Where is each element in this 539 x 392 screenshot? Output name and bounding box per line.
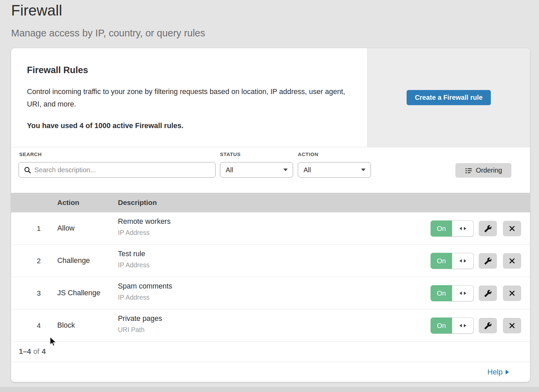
x-icon xyxy=(509,258,515,264)
rule-enabled-toggle[interactable]: On xyxy=(431,220,474,237)
delete-rule-button[interactable] xyxy=(503,318,521,333)
create-firewall-rule-button[interactable]: Create a Firewall rule xyxy=(407,90,491,105)
x-icon xyxy=(509,322,515,329)
column-description: Description xyxy=(118,193,157,212)
wrench-icon xyxy=(484,290,492,297)
list-ordering-icon xyxy=(465,167,472,174)
wrench-icon xyxy=(484,322,492,330)
wrench-icon xyxy=(484,257,492,265)
toggle-on-label: On xyxy=(431,318,452,334)
rule-description: Private pages xyxy=(118,314,162,323)
table-row: 2 Challenge Test rule IP Address On xyxy=(11,245,530,277)
card-footer: Help xyxy=(11,362,530,382)
table-header: Action Description xyxy=(11,193,530,212)
chevron-down-icon xyxy=(361,169,366,171)
rule-match-type: IP Address xyxy=(118,229,171,237)
rule-action: JS Challenge xyxy=(57,277,100,309)
column-action: Action xyxy=(57,193,79,212)
rule-priority: 2 xyxy=(31,245,46,277)
rule-enabled-toggle[interactable]: On xyxy=(431,318,474,334)
rule-priority: 4 xyxy=(31,309,46,341)
rule-description-cell: Test rule IP Address xyxy=(118,250,150,269)
rule-description-cell: Spam comments IP Address xyxy=(118,282,172,301)
rule-match-type: IP Address xyxy=(118,294,172,301)
left-right-arrows-icon xyxy=(459,291,467,295)
page-subtitle: Manage access by IP, country, or query r… xyxy=(11,28,205,39)
edit-rule-button[interactable] xyxy=(479,221,497,236)
help-link[interactable]: Help xyxy=(487,368,509,376)
chevron-down-icon xyxy=(283,169,288,171)
delete-rule-button[interactable] xyxy=(503,253,521,269)
table-row: 3 JS Challenge Spam comments IP Address … xyxy=(11,277,530,309)
table-row: 1 Allow Remote workers IP Address On xyxy=(11,212,530,245)
left-right-arrows-icon xyxy=(459,259,467,263)
range-total: 4 xyxy=(42,348,46,356)
rule-match-type: IP Address xyxy=(118,261,150,269)
edit-rule-button[interactable] xyxy=(479,318,497,333)
rules-description: Control incoming traffic to your zone by… xyxy=(27,86,347,111)
rule-priority: 1 xyxy=(31,212,46,244)
rules-intro-text: Firewall Rules Control incoming traffic … xyxy=(11,48,367,147)
range-of: of xyxy=(33,348,39,356)
page-bottom-strip xyxy=(0,387,539,392)
ordering-button-label: Ordering xyxy=(476,167,502,174)
edit-rule-button[interactable] xyxy=(479,285,497,301)
rule-description: Spam comments xyxy=(118,282,172,291)
ordering-button[interactable]: Ordering xyxy=(455,163,511,178)
rule-description-cell: Remote workers IP Address xyxy=(118,217,171,237)
left-right-arrows-icon xyxy=(459,324,467,328)
pagination-summary: 1–4 of 4 xyxy=(11,342,530,362)
rule-description: Test rule xyxy=(118,250,150,258)
action-selected-value: All xyxy=(304,166,311,174)
arrow-right-icon xyxy=(506,370,509,374)
create-rule-panel: Create a Firewall rule xyxy=(367,48,530,147)
toggle-handle[interactable] xyxy=(452,220,474,237)
search-field-wrap xyxy=(19,162,216,178)
status-selected-value: All xyxy=(226,166,233,174)
toggle-handle[interactable] xyxy=(452,318,474,334)
rules-heading: Firewall Rules xyxy=(27,65,354,76)
rule-description-cell: Private pages URI Path xyxy=(118,314,162,334)
rule-match-type: URI Path xyxy=(118,326,162,334)
firewall-rules-card: Firewall Rules Control incoming traffic … xyxy=(11,48,530,382)
x-icon xyxy=(509,290,515,297)
firewall-page: { "page": { "title": "Firewall", "subtit… xyxy=(0,0,539,392)
toggle-handle[interactable] xyxy=(452,253,474,269)
rule-enabled-toggle[interactable]: On xyxy=(431,253,474,269)
wrench-icon xyxy=(484,225,492,233)
delete-rule-button[interactable] xyxy=(503,221,521,236)
edit-rule-button[interactable] xyxy=(479,253,497,269)
rules-usage-count: You have used 4 of 1000 active Firewall … xyxy=(27,122,354,130)
x-icon xyxy=(509,225,515,232)
rules-intro-section: Firewall Rules Control incoming traffic … xyxy=(11,48,530,147)
page-header: Firewall Manage access by IP, country, o… xyxy=(11,2,205,39)
toggle-handle[interactable] xyxy=(452,285,474,301)
rule-action: Challenge xyxy=(57,245,90,277)
status-select[interactable]: All xyxy=(220,162,293,178)
toggle-on-label: On xyxy=(431,220,452,237)
search-icon xyxy=(24,166,32,174)
toggle-on-label: On xyxy=(431,285,452,301)
action-label: ACTION xyxy=(298,151,318,157)
range-start: 1–4 xyxy=(19,348,31,356)
search-label: SEARCH xyxy=(19,151,42,157)
rules-table-body: 1 Allow Remote workers IP Address On xyxy=(11,212,530,342)
help-link-label: Help xyxy=(487,368,503,376)
rule-action: Allow xyxy=(57,212,74,244)
status-label: STATUS xyxy=(220,151,241,157)
action-select[interactable]: All xyxy=(298,162,371,178)
table-row: 4 Block Private pages URI Path On xyxy=(11,309,530,342)
page-title: Firewall xyxy=(11,2,205,19)
rule-description: Remote workers xyxy=(118,217,171,226)
toggle-on-label: On xyxy=(431,253,452,269)
rule-action: Block xyxy=(57,309,75,341)
rule-enabled-toggle[interactable]: On xyxy=(431,285,474,301)
delete-rule-button[interactable] xyxy=(503,285,521,301)
rule-priority: 3 xyxy=(31,277,46,309)
left-right-arrows-icon xyxy=(459,227,467,231)
search-input[interactable] xyxy=(19,162,216,178)
